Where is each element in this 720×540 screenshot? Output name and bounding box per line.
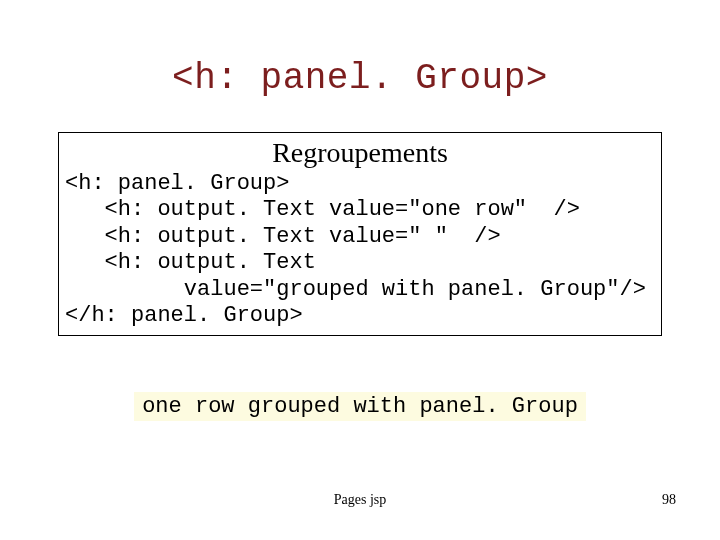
code-box: Regroupements <h: panel. Group> <h: outp… [58,132,662,336]
output-text: one row grouped with panel. Group [134,392,586,421]
output-wrap: one row grouped with panel. Group [0,392,720,421]
slide: <h: panel. Group> Regroupements <h: pane… [0,0,720,540]
code-block: <h: panel. Group> <h: output. Text value… [59,171,661,329]
box-heading: Regroupements [59,137,661,169]
page-number: 98 [662,492,676,508]
slide-title: <h: panel. Group> [0,58,720,99]
footer-center: Pages jsp [0,492,720,508]
